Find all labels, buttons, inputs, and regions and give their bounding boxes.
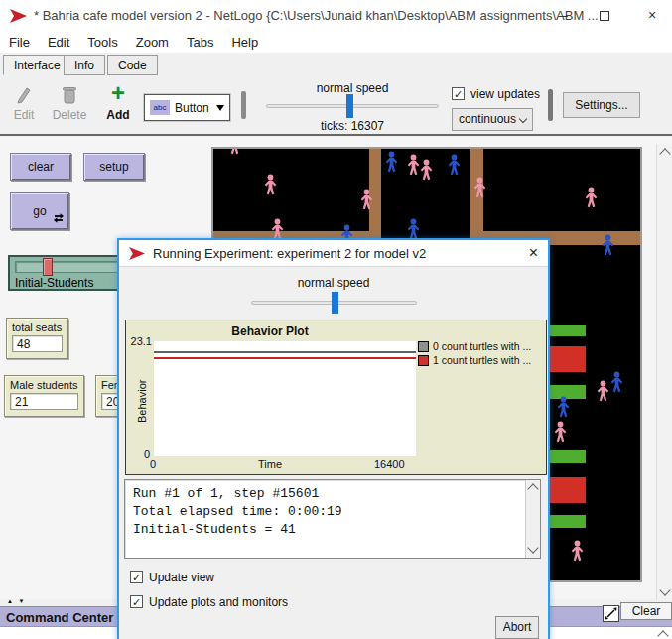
x-axis-label: Time [154, 458, 386, 470]
menu-tools[interactable]: Tools [78, 32, 126, 50]
dialog-title: Running Experiment: experiment 2 for mod… [153, 246, 426, 261]
initial-students-slider[interactable]: Initial-Students [8, 255, 120, 291]
plot-series-line [154, 357, 416, 359]
monitor-male-students: Male students 21 [4, 375, 84, 417]
console-scroll-down-icon[interactable] [527, 542, 538, 553]
legend-swatch-gray [418, 341, 429, 352]
update-view-checkbox[interactable] [130, 571, 143, 583]
close-button[interactable]: × [644, 8, 660, 24]
view-updates-label: view updates [470, 87, 560, 101]
view-updates-checkbox[interactable] [452, 87, 465, 100]
running-experiment-dialog: Running Experiment: experiment 2 for mod… [117, 238, 550, 639]
x-max-label: 16400 [374, 458, 405, 470]
update-plots-checkbox[interactable] [130, 595, 143, 608]
update-view-label: Update view [149, 571, 214, 584]
go-button[interactable]: go [10, 192, 69, 230]
command-center-clear-button[interactable]: Clear [620, 602, 672, 620]
person-pink [596, 380, 610, 403]
menu-zoom[interactable]: Zoom [127, 32, 178, 50]
slider-handle[interactable] [43, 258, 53, 276]
title-bar: * Bahria cafe model version 2 - NetLogo … [0, 0, 672, 32]
tab-row: Interface Info Code [0, 53, 672, 75]
speed-slider-handle[interactable] [346, 94, 353, 118]
console-line: Total elapsed time: 0:00:19 [133, 503, 532, 521]
abort-button[interactable]: Abort [495, 616, 539, 639]
chevron-down-icon [519, 115, 527, 123]
person-blue [556, 396, 571, 419]
toolbar: Edit Delete + Add abc Button normal spee… [0, 75, 672, 136]
legend-label: 1 count turtles with ... [433, 354, 531, 366]
widget-type-dropdown[interactable]: abc Button [144, 94, 230, 121]
forever-loop-icon [53, 212, 65, 224]
console-scrollbar[interactable] [525, 480, 540, 558]
behavior-plot: Behavior Plot 23.1 0 Behavior 0 Time 164… [125, 320, 547, 475]
monitor-total-seats: total seats 48 [6, 318, 68, 359]
person-pink [227, 149, 242, 156]
menu-edit[interactable]: Edit [39, 32, 78, 50]
vertical-scrollbar[interactable] [656, 144, 672, 600]
go-button-label: go [33, 204, 46, 218]
person-pink [553, 421, 568, 444]
minimize-button[interactable]: – [556, 8, 572, 24]
y-axis-label: Behavior [136, 380, 148, 423]
menu-tabs[interactable]: Tabs [178, 32, 222, 50]
maximize-button[interactable] [600, 11, 609, 21]
dialog-speed-slider-handle[interactable] [332, 292, 338, 314]
legend-swatch-red [418, 355, 429, 366]
person-pink [419, 159, 434, 182]
tab-interface[interactable]: Interface [3, 55, 71, 75]
update-mode-value: continuous [459, 112, 516, 126]
netlogo-logo-icon [129, 246, 146, 261]
plot-area [154, 341, 416, 456]
person-pink [584, 187, 599, 209]
dialog-title-bar: Running Experiment: experiment 2 for mod… [119, 240, 548, 267]
y-max-label: 23.1 [128, 335, 152, 347]
menu-file[interactable]: File [0, 32, 39, 50]
command-center-expand-icon[interactable] [603, 605, 619, 622]
slider-label: Initial-Students [15, 276, 93, 290]
clear-button[interactable]: clear [10, 153, 71, 181]
console-line: Initial-Students = 41 [133, 521, 532, 539]
slider-groove [15, 261, 120, 273]
delete-trash-icon[interactable] [62, 85, 77, 105]
dialog-close-icon[interactable]: × [529, 244, 538, 262]
person-pink [570, 540, 585, 563]
update-mode-dropdown[interactable]: continuous [452, 108, 533, 131]
monitor-value: 21 [10, 393, 78, 410]
command-center-title: Command Center [6, 610, 113, 625]
menu-help[interactable]: Help [222, 32, 267, 50]
monitor-label: total seats [12, 321, 63, 333]
edit-button[interactable]: Edit [6, 108, 42, 122]
console-scroll-up-icon[interactable] [527, 483, 538, 494]
command-center-resize-arrows[interactable]: ▲ ▼ [7, 598, 27, 604]
scroll-down-icon[interactable] [659, 584, 670, 595]
person-blue [384, 151, 399, 174]
add-plus-icon[interactable]: + [103, 79, 133, 107]
widget-type-value: Button [175, 101, 209, 115]
cc-scroll-up-icon[interactable] [657, 630, 668, 639]
menu-bar: File Edit Tools Zoom Tabs Help [0, 32, 672, 53]
legend-label: 0 count turtles with ... [433, 340, 531, 352]
experiment-console[interactable]: Run #1 of 1, step #15601 Total elapsed t… [124, 479, 541, 559]
add-button[interactable]: Add [103, 108, 133, 122]
person-pink [359, 189, 374, 211]
edit-pencil-icon[interactable] [15, 85, 31, 105]
person-blue [609, 371, 624, 394]
delete-button[interactable]: Delete [50, 108, 89, 122]
settings-button[interactable]: Settings... [563, 92, 640, 118]
monitor-value: 48 [12, 335, 63, 352]
person-pink [472, 177, 487, 199]
setup-button[interactable]: setup [83, 153, 145, 181]
netlogo-logo-icon [10, 8, 28, 24]
toolbar-separator [241, 91, 246, 119]
plot-series-line [154, 351, 416, 353]
person-blue [601, 234, 615, 257]
legend-item: 1 count turtles with ... [418, 354, 531, 366]
window-title: * Bahria cafe model version 2 - NetLogo … [34, 8, 599, 23]
dialog-speed-label: normal speed [119, 276, 548, 290]
tab-code[interactable]: Code [107, 55, 158, 75]
person-blue [447, 154, 462, 177]
dropdown-arrow-icon [216, 105, 224, 111]
tab-info[interactable]: Info [64, 55, 105, 75]
scroll-up-icon[interactable] [659, 148, 670, 159]
